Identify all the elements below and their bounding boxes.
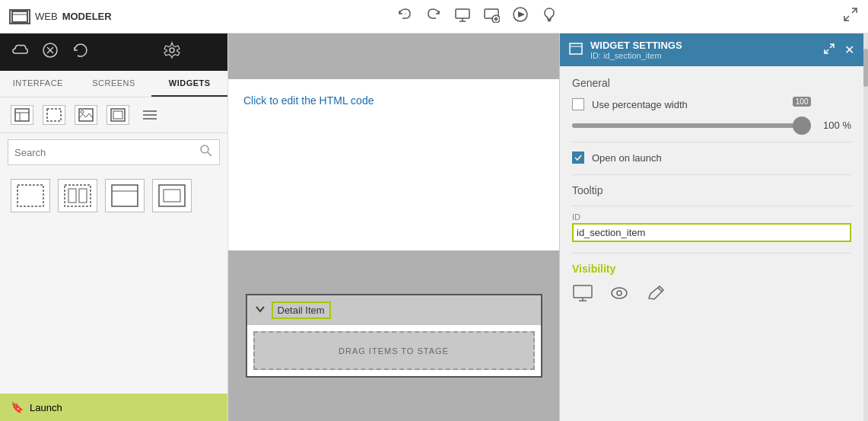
refresh-icon[interactable] — [72, 41, 90, 63]
undo-icon[interactable] — [396, 6, 413, 27]
panel-header-subtitle: ID: id_section_item — [590, 51, 682, 60]
svg-rect-40 — [164, 190, 180, 202]
width-slider-container: 100 100 % — [572, 120, 851, 131]
gear-icon[interactable] — [163, 41, 181, 63]
use-percentage-width-label: Use percentage width — [592, 99, 688, 110]
top-toolbar: WEBMODELER — [0, 0, 868, 33]
id-field-input[interactable] — [572, 223, 851, 242]
photo-type-icon[interactable] — [107, 105, 129, 125]
screen-icon[interactable] — [454, 6, 471, 27]
svg-rect-20 — [15, 109, 29, 121]
lines-type-icon[interactable] — [138, 105, 161, 125]
use-percentage-width-checkbox[interactable] — [572, 98, 584, 110]
pencil-icon[interactable] — [645, 284, 666, 307]
svg-rect-23 — [47, 109, 61, 121]
toolbar-icons — [396, 6, 558, 27]
scrollbar-track[interactable] — [863, 33, 868, 421]
general-section-title: General — [572, 77, 851, 89]
visibility-icons — [572, 284, 851, 307]
panel-expand-icon[interactable] — [823, 43, 835, 58]
sidebar-widget-types — [0, 97, 227, 133]
bulb-icon[interactable] — [541, 6, 558, 27]
canvas-white-area: Click to edit the HTML code — [228, 79, 559, 250]
logo-icon — [9, 9, 30, 24]
redo-icon[interactable] — [425, 6, 442, 27]
grid-type-icon[interactable] — [11, 105, 33, 125]
app-name-web: WEB — [35, 11, 58, 22]
svg-rect-27 — [113, 111, 122, 119]
detail-item-container: Detail Item DRAG ITEMS TO STAGE — [246, 294, 542, 378]
panel-header-icon — [569, 43, 583, 57]
svg-point-48 — [612, 288, 627, 298]
panel-body: General Use percentage width 100 — [560, 66, 863, 421]
open-on-launch-checkbox[interactable] — [572, 151, 584, 164]
open-on-launch-label: Open on launch — [592, 152, 662, 164]
svg-point-25 — [81, 110, 84, 113]
widget-settings-panel: WIDGET SETTINGS ID: id_section_item ✕ Ge… — [559, 33, 863, 421]
svg-line-15 — [844, 16, 849, 21]
search-input[interactable] — [14, 147, 199, 158]
slider-thumb-label: 100 — [793, 97, 812, 107]
monitor-icon[interactable] — [572, 284, 593, 307]
plus-circle-icon[interactable] — [483, 6, 500, 27]
search-bar — [8, 139, 220, 165]
canvas-area: Click to edit the HTML code Detail Item … — [228, 33, 559, 421]
drag-items-label: DRAG ITEMS TO STAGE — [339, 346, 449, 356]
svg-rect-36 — [79, 189, 87, 203]
canvas-gray-top — [228, 33, 559, 79]
eye-icon[interactable] — [609, 284, 630, 307]
widget-grid — [0, 171, 227, 220]
canvas-gray-bottom: Detail Item DRAG ITEMS TO STAGE — [228, 250, 559, 422]
svg-rect-41 — [570, 43, 582, 54]
chevron-down-icon[interactable] — [255, 304, 265, 317]
main-layout: INTERFACE SCREENS WIDGETS — [0, 33, 868, 421]
tab-interface[interactable]: INTERFACE — [0, 71, 76, 97]
toolbar-left: WEBMODELER — [9, 9, 112, 24]
slider-thumb[interactable]: 100 — [793, 116, 811, 135]
svg-rect-0 — [12, 11, 27, 22]
id-field-label: ID — [572, 212, 851, 222]
tab-screens[interactable]: SCREENS — [76, 71, 152, 97]
separator-1 — [572, 142, 851, 142]
grid-widget-item[interactable] — [58, 179, 97, 212]
container-widget-item[interactable] — [152, 179, 192, 212]
app-logo: WEBMODELER — [9, 9, 112, 24]
svg-rect-37 — [112, 185, 138, 206]
section-widget-item[interactable] — [11, 179, 50, 212]
panel-header-title: WIDGET SETTINGS — [590, 40, 682, 51]
toolbar-right — [842, 6, 859, 27]
slider-value-label: 100 % — [823, 120, 851, 131]
separator-2 — [572, 174, 851, 175]
expand-icon[interactable] — [842, 6, 859, 27]
svg-point-19 — [170, 48, 174, 53]
svg-point-49 — [617, 291, 622, 295]
launch-icon: 🔖 — [11, 401, 24, 413]
panel-header: WIDGET SETTINGS ID: id_section_item ✕ — [560, 33, 863, 66]
svg-point-31 — [201, 145, 208, 153]
slider-track[interactable]: 100 — [572, 123, 803, 128]
detail-item-label: Detail Item — [272, 301, 331, 319]
image-type-icon[interactable] — [75, 105, 97, 125]
dashed-rect-type-icon[interactable] — [43, 105, 65, 125]
app-name-modeler: MODELER — [62, 11, 112, 22]
drag-items-area: DRAG ITEMS TO STAGE — [253, 331, 535, 370]
play-icon[interactable] — [512, 6, 529, 27]
svg-rect-33 — [17, 185, 43, 206]
panel-close-icon[interactable]: ✕ — [844, 43, 854, 57]
detail-item-header: Detail Item — [247, 295, 541, 325]
search-icon[interactable] — [199, 144, 213, 161]
separator-3 — [572, 206, 851, 206]
panel-widget-item[interactable] — [105, 179, 145, 212]
tab-widgets[interactable]: WIDGETS — [151, 71, 227, 97]
launch-label: Launch — [30, 402, 62, 413]
visibility-section-title: Visibility — [572, 263, 851, 275]
cloud-icon[interactable] — [11, 43, 29, 62]
scrollbar-thumb[interactable] — [863, 49, 868, 87]
launch-button[interactable]: 🔖 Launch — [0, 394, 227, 421]
svg-rect-35 — [68, 189, 76, 203]
sidebar-nav: INTERFACE SCREENS WIDGETS — [0, 71, 227, 97]
close-circle-icon[interactable] — [41, 41, 59, 63]
click-to-edit-text: Click to edit the HTML code — [243, 94, 544, 107]
sidebar-top-bar — [0, 33, 227, 71]
svg-rect-3 — [456, 9, 469, 18]
